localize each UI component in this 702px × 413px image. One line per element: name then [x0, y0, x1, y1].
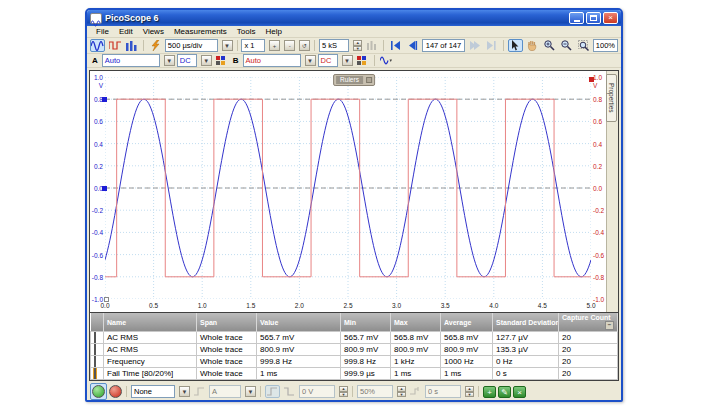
col-capture-count[interactable]: Capture Count−	[559, 313, 618, 332]
x-axis-label: 4.0	[482, 302, 506, 309]
scope-view[interactable]: Rulers Properties 1.01.00.80.80.60.60.40…	[90, 71, 618, 312]
channel-b-ruler-handle[interactable]	[589, 77, 594, 82]
trigger-mode-dropdown[interactable]: None	[131, 385, 175, 398]
rulers-grip-icon[interactable]	[366, 77, 372, 83]
scope-plot-svg[interactable]	[105, 77, 591, 299]
x-axis-label: 3.5	[433, 302, 457, 309]
col-min[interactable]: Min	[341, 313, 391, 332]
lightning-icon	[151, 40, 160, 51]
advanced-trigger-button[interactable]	[192, 385, 207, 398]
y-axis-label-left: 1.0	[90, 74, 103, 81]
channel-a-range-arrow[interactable]: ▼	[164, 55, 175, 66]
channel-a-ruler-handle[interactable]	[102, 186, 107, 191]
view-zoom-level-field[interactable]: 100%	[593, 39, 618, 52]
channel-b-range-arrow[interactable]: ▼	[305, 55, 316, 66]
x-axis-label: 2.5	[336, 302, 360, 309]
zoom-factor-field[interactable]: x 1	[241, 39, 265, 52]
measurement-row[interactable]: AC RMS Whole trace 565.7 mV 565.7 mV 565…	[91, 332, 618, 344]
trigger-threshold-spinner[interactable]: ▲▼	[339, 386, 348, 397]
trigger-mode-arrow[interactable]: ▼	[179, 386, 190, 397]
zoom-in-button[interactable]: +	[269, 40, 280, 51]
time-ruler-handle[interactable]	[104, 297, 109, 302]
zoom-out-button[interactable]: -	[284, 40, 295, 51]
add-measurement-button[interactable]: +	[483, 386, 496, 398]
scope-view-button[interactable]	[90, 39, 105, 52]
normal-select-tool-button[interactable]	[508, 39, 523, 52]
channel-b-coupling-arrow[interactable]: ▼	[342, 55, 353, 66]
pretrigger-spinner[interactable]: ▲▼	[397, 386, 406, 397]
col-name[interactable]: Name	[104, 313, 197, 332]
auto-setup-button[interactable]	[148, 39, 163, 52]
stop-capture-button[interactable]	[109, 385, 122, 398]
measurement-row[interactable]: AC RMS Whole trace 800.9 mV 800.9 mV 800…	[91, 344, 618, 356]
delay-icon	[410, 387, 421, 396]
title-bar[interactable]: PicoScope 6 ×	[87, 10, 621, 26]
delete-measurement-button[interactable]: ×	[513, 386, 526, 398]
rising-edge-icon	[267, 387, 278, 396]
measurement-row[interactable]: Frequency Whole trace 999.8 Hz 999.8 Hz …	[91, 356, 618, 368]
col-average[interactable]: Average	[441, 313, 493, 332]
channel-a-ruler-handle[interactable]	[102, 97, 107, 102]
menu-edit[interactable]: Edit	[114, 27, 138, 36]
menu-help[interactable]: Help	[261, 27, 287, 36]
edit-measurement-button[interactable]: ✎	[498, 386, 511, 398]
y-axis-label-right: -0.2	[593, 207, 608, 214]
trigger-delay-spinner[interactable]: ▲▼	[465, 386, 474, 397]
persistence-view-button[interactable]	[107, 39, 122, 52]
trigger-delay-field[interactable]: 0 s	[425, 385, 461, 398]
col-std-deviation[interactable]: Standard Deviation	[493, 313, 559, 332]
menu-measurements[interactable]: Measurements	[169, 27, 232, 36]
col-max[interactable]: Max	[391, 313, 441, 332]
channel-b-options-button[interactable]	[355, 54, 370, 67]
measurement-row[interactable]: Fall Time [80/20%] Whole trace 1 ms 999.…	[91, 368, 618, 380]
zoom-out-tool-button[interactable]	[559, 39, 574, 52]
pretrigger-field[interactable]: 50%	[357, 385, 393, 398]
first-buffer-button[interactable]	[388, 39, 403, 52]
samples-spinner[interactable]: ▲▼	[353, 40, 362, 51]
falling-edge-icon	[284, 387, 295, 396]
channel-a-options-button[interactable]	[214, 54, 229, 67]
post-trigger-delay-button[interactable]	[408, 385, 423, 398]
timebase-dropdown[interactable]: 500 µs/div	[165, 39, 218, 52]
trigger-threshold-field[interactable]: 0 V	[299, 385, 335, 398]
zoom-reset-button[interactable]: ↺	[299, 40, 310, 51]
channel-a-range-dropdown[interactable]: Auto	[102, 54, 160, 67]
buffer-position-field[interactable]: 147 of 147	[422, 39, 465, 52]
rising-edge-button[interactable]	[265, 385, 280, 398]
hand-tool-button[interactable]	[525, 39, 540, 52]
trigger-source-dropdown[interactable]: A	[209, 385, 241, 398]
col-span[interactable]: Span	[197, 313, 257, 332]
signal-generator-button[interactable]	[379, 54, 394, 67]
menu-file[interactable]: File	[91, 27, 114, 36]
menu-tools[interactable]: Tools	[232, 27, 261, 36]
channel-b-coupling-dropdown[interactable]: DC	[318, 54, 338, 67]
close-button[interactable]: ×	[603, 12, 618, 24]
channel-b-range-dropdown[interactable]: Auto	[243, 54, 301, 67]
maximize-button[interactable]	[586, 12, 601, 24]
channel-a-coupling-arrow[interactable]: ▼	[201, 55, 212, 66]
trigger-source-arrow[interactable]: ▼	[245, 386, 256, 397]
samples-field[interactable]: 5 kS	[319, 39, 349, 52]
collapse-measurements-button[interactable]: −	[605, 321, 614, 330]
col-value[interactable]: Value	[257, 313, 341, 332]
awg-sine-icon	[380, 56, 392, 65]
next-buffer-button[interactable]	[467, 39, 482, 52]
spectrum-view-button[interactable]	[124, 39, 139, 52]
rulers-handle[interactable]: Rulers	[333, 74, 375, 86]
y-axis-label-left: 0.6	[90, 118, 103, 125]
channel-a-coupling-dropdown[interactable]: DC	[177, 54, 197, 67]
marquee-zoom-tool-button[interactable]	[576, 39, 591, 52]
timebase-dropdown-arrow[interactable]: ▼	[222, 40, 233, 51]
sample-mode-button[interactable]	[364, 39, 379, 52]
previous-buffer-icon	[407, 41, 418, 50]
minimize-button[interactable]	[569, 12, 584, 24]
zoom-in-tool-button[interactable]	[542, 39, 557, 52]
x-axis-label: 5.0	[579, 302, 603, 309]
last-buffer-button[interactable]	[484, 39, 499, 52]
falling-edge-button[interactable]	[282, 385, 297, 398]
menu-views[interactable]: Views	[138, 27, 169, 36]
square-wave-icon	[109, 41, 121, 50]
start-capture-button[interactable]	[92, 385, 105, 398]
next-buffer-icon	[469, 41, 480, 50]
previous-buffer-button[interactable]	[405, 39, 420, 52]
